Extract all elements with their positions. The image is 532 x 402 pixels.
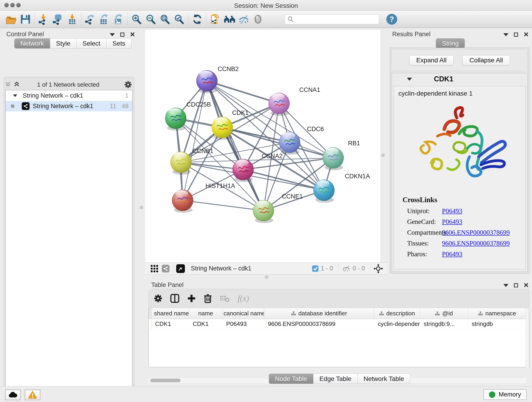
selected-checkbox-icon[interactable] [312, 265, 319, 272]
network-node-ccne1[interactable]: CCNE1 [253, 193, 303, 223]
cell-description[interactable]: cyclin-dependent ... [374, 319, 420, 329]
crosslink-link[interactable]: 9606.ENSP00000378699 [442, 229, 510, 236]
tab-node-table[interactable]: Node Table [269, 374, 313, 384]
crosslink-link[interactable]: P06493 [442, 250, 462, 258]
warning-status-button[interactable] [25, 390, 40, 400]
network-node-cdc25b[interactable]: CDC25B [165, 101, 211, 131]
crosslink-link[interactable]: P06493 [442, 218, 462, 225]
toolbar-search[interactable] [285, 14, 379, 24]
import-table-file-button[interactable] [65, 12, 79, 26]
collapse-all-icon[interactable] [5, 81, 12, 88]
left-splitter-handle[interactable] [140, 206, 143, 209]
tab-style[interactable]: Style [50, 38, 76, 49]
crosslink-link[interactable]: P06493 [442, 207, 462, 215]
panel-menu-icon[interactable] [503, 33, 508, 36]
collapse-all-button[interactable]: Collapse All [462, 55, 510, 65]
zoom-selected-button[interactable] [172, 12, 186, 26]
panel-float-icon[interactable] [514, 32, 518, 37]
column-header-description[interactable]: description [374, 308, 420, 319]
right-splitter-handle[interactable] [381, 153, 385, 157]
help-button[interactable]: ? [385, 12, 399, 26]
section-collapse-icon[interactable] [407, 78, 412, 81]
network-canvas[interactable]: CCNB2CCNA1CDC25BCDK1CDC6RB1CCNB1CCNA2CDK… [145, 30, 380, 262]
edge-count: 48 [122, 103, 128, 110]
network-node-ccna1[interactable]: CCNA1 [268, 86, 320, 116]
column-header-shared-name[interactable]: shared name [152, 308, 189, 319]
fit-content-icon[interactable] [374, 264, 383, 274]
zoom-fit-button[interactable] [158, 12, 172, 26]
network-birdseye-icon[interactable] [162, 265, 170, 273]
node-table[interactable]: shared namenamecanonical namedatabase id… [148, 308, 529, 367]
network-edge[interactable] [207, 81, 279, 103]
cell-name[interactable]: CDK1 [189, 319, 222, 329]
save-session-button[interactable] [18, 12, 32, 26]
network-node-rb1[interactable]: RB1 [323, 140, 360, 170]
gear-icon[interactable] [154, 294, 162, 303]
panel-close-icon[interactable]: ✕ [130, 32, 135, 38]
detach-view-icon[interactable] [176, 264, 185, 273]
zoom-out-button[interactable] [144, 12, 158, 26]
panel-float-icon[interactable] [514, 283, 518, 287]
share-file-button[interactable] [208, 12, 222, 26]
import-network-database-button[interactable] [51, 12, 65, 26]
refresh-button[interactable] [190, 12, 204, 26]
add-icon[interactable] [187, 294, 196, 303]
network-node-ccnb1[interactable]: CCNB1 [171, 148, 214, 175]
column-header-namespace[interactable]: namespace [468, 308, 526, 319]
network-node-cdkn1a[interactable]: CDKN1A [313, 173, 370, 203]
panel-menu-icon[interactable] [503, 284, 508, 287]
tree-expand-icon[interactable] [13, 94, 17, 97]
network-tree-root[interactable]: String Network – cdk1 1 [6, 90, 132, 101]
network-tree-item[interactable]: String Network – cdk1 11 48 [6, 101, 132, 111]
memory-button[interactable]: Memory [483, 389, 526, 400]
column-header-database-identifier[interactable]: database identifier [264, 308, 374, 319]
network-graph[interactable]: CCNB2CCNA1CDC25BCDK1CDC6RB1CCNB1CCNA2CDK… [145, 30, 380, 262]
gene-section-header[interactable]: CDK1 [392, 73, 527, 85]
export-image-icon [113, 13, 124, 25]
expand-all-button[interactable]: Expand All [409, 55, 454, 65]
tab-network-table[interactable]: Network Table [358, 374, 410, 384]
network-node-cdc6[interactable]: CDC6 [279, 126, 324, 155]
scrollbar-thumb[interactable] [150, 379, 181, 382]
tab-select[interactable]: Select [76, 38, 107, 49]
network-edge[interactable] [207, 81, 264, 211]
delete-icon[interactable] [204, 294, 212, 303]
panel-close-icon[interactable]: ✕ [524, 32, 529, 38]
export-network-button[interactable] [83, 12, 97, 26]
cell-shared-name[interactable]: CDK1 [152, 319, 189, 329]
cell-database-identifier[interactable]: 9606.ENSP00000378699 [264, 319, 374, 329]
home-pages-button[interactable] [222, 12, 237, 26]
panel-close-icon[interactable]: ✕ [524, 282, 529, 288]
tab-edge-table[interactable]: Edge Table [313, 374, 358, 384]
import-network-file-button[interactable] [36, 12, 51, 26]
search-input[interactable] [294, 16, 372, 23]
cell-namespace[interactable]: stringdb [468, 319, 526, 329]
expand-all-icon[interactable] [13, 81, 20, 88]
cell--id[interactable]: stringdb:9... [420, 319, 468, 329]
network-edge[interactable] [183, 81, 207, 200]
column-header-canonical-name[interactable]: canonical name [222, 308, 264, 319]
table-vertical-scrollbar[interactable] [526, 308, 529, 367]
cloud-status-button[interactable] [5, 390, 21, 400]
zoom-in-button[interactable] [129, 12, 144, 26]
export-table-button[interactable] [97, 12, 111, 26]
crosslink-link[interactable]: 9606.ENSP00000378699 [442, 240, 510, 247]
bottom-splitter-handle[interactable] [265, 275, 268, 279]
column-header--id[interactable]: @id [420, 308, 468, 319]
open-session-button[interactable] [4, 12, 18, 26]
select-columns-icon[interactable] [170, 294, 179, 303]
column-header-name[interactable]: name [189, 308, 222, 319]
table-row[interactable]: CDK1CDK1P064939606.ENSP00000378699cyclin… [149, 319, 529, 329]
show-panel-button[interactable] [251, 12, 265, 26]
tab-sets[interactable]: Sets [107, 38, 132, 49]
export-image-button[interactable] [111, 12, 126, 26]
hide-panel-button[interactable] [237, 12, 251, 26]
gear-icon[interactable] [124, 81, 132, 89]
grid-view-icon[interactable] [150, 264, 158, 273]
network-edge[interactable] [183, 200, 264, 211]
tab-network[interactable]: Network [14, 38, 50, 49]
tab-string[interactable]: String [436, 38, 465, 49]
panel-menu-icon[interactable] [110, 33, 115, 36]
cell-canonical-name[interactable]: P06493 [222, 319, 264, 329]
panel-float-icon[interactable] [120, 32, 124, 37]
